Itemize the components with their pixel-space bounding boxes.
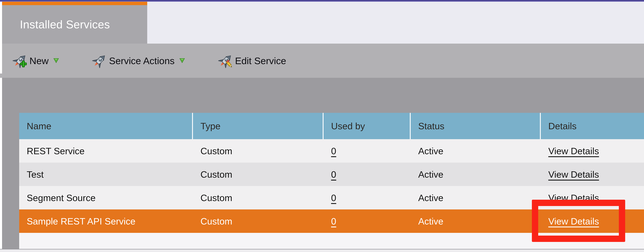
dropdown-arrow-icon <box>180 58 185 63</box>
cell-used-by: 0 <box>324 210 411 233</box>
cell-details: View Details <box>541 163 644 186</box>
cell-status: Active <box>411 139 541 163</box>
cell-details: View Details <box>541 139 644 163</box>
active-tab-accent <box>2 2 147 5</box>
column-header-status: Status <box>411 113 541 139</box>
view-details-link[interactable]: View Details <box>548 169 599 180</box>
column-header-name: Name <box>19 113 193 139</box>
rocket-icon <box>92 53 107 68</box>
tab-strip-background <box>147 2 644 44</box>
cell-status: Active <box>411 186 541 210</box>
new-button[interactable]: New <box>13 53 59 68</box>
cell-type: Custom <box>193 139 324 163</box>
table-row[interactable]: REST Service Custom 0 Active View Detail… <box>19 139 644 163</box>
annotation-highlight-box <box>532 200 625 242</box>
cell-type: Custom <box>193 163 324 186</box>
cell-used-by: 0 <box>324 163 411 186</box>
table-header-row: Name Type Used by Status Details <box>19 113 644 139</box>
cell-name: Sample REST API Service <box>19 210 193 233</box>
page-left-edge <box>0 2 2 249</box>
table-row[interactable]: Test Custom 0 Active View Details <box>19 163 644 186</box>
cell-status: Active <box>411 163 541 186</box>
rocket-plus-icon <box>13 53 28 68</box>
tab-body: Installed Services <box>2 5 147 44</box>
cell-type: Custom <box>193 186 324 210</box>
cell-type: Custom <box>193 210 324 233</box>
cell-name: Segment Source <box>19 186 193 210</box>
bottom-edge-strip <box>0 249 644 252</box>
app-window: Installed Services New Service Actions <box>0 0 644 252</box>
view-details-link[interactable]: View Details <box>548 146 599 156</box>
column-header-type: Type <box>193 113 324 139</box>
tab-title: Installed Services <box>20 18 110 31</box>
rocket-pencil-icon <box>218 53 233 68</box>
column-header-details: Details <box>541 113 644 139</box>
cell-name: Test <box>19 163 193 186</box>
cell-name: REST Service <box>19 139 193 163</box>
new-button-label: New <box>30 55 48 66</box>
edit-service-button[interactable]: Edit Service <box>218 53 286 68</box>
edit-service-button-label: Edit Service <box>235 55 286 66</box>
service-actions-button-label: Service Actions <box>109 55 174 66</box>
column-header-used-by: Used by <box>324 113 411 139</box>
dropdown-arrow-icon <box>54 58 59 63</box>
service-actions-button[interactable]: Service Actions <box>92 53 185 68</box>
toolbar-edge-notch <box>0 73 2 78</box>
cell-status: Active <box>411 210 541 233</box>
window-accent-bar <box>0 0 644 2</box>
cell-used-by: 0 <box>324 186 411 210</box>
tab-installed-services[interactable]: Installed Services <box>2 2 147 44</box>
used-by-link[interactable]: 0 <box>331 146 336 156</box>
used-by-link[interactable]: 0 <box>331 169 336 180</box>
used-by-link[interactable]: 0 <box>331 216 336 227</box>
cell-used-by: 0 <box>324 139 411 163</box>
used-by-link[interactable]: 0 <box>331 193 336 203</box>
toolbar: New Service Actions Edit Service <box>2 44 644 78</box>
